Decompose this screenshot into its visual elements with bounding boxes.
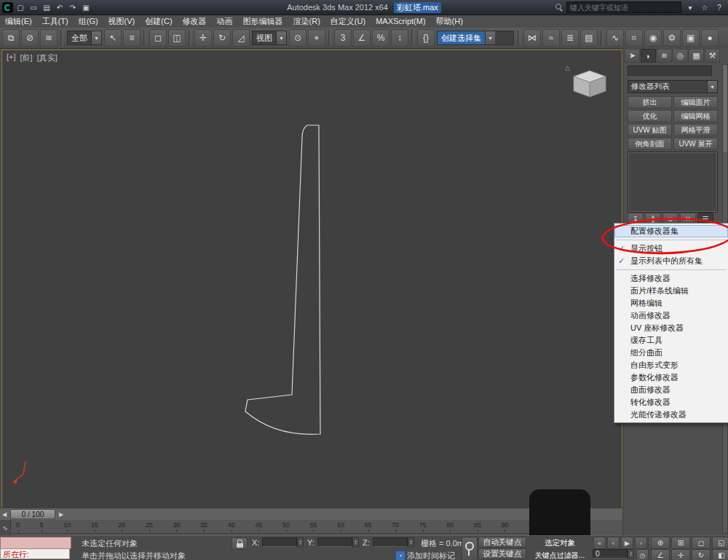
render-setup-icon[interactable]: ⚙ bbox=[663, 29, 681, 47]
set-keys-button[interactable] bbox=[462, 537, 478, 560]
menu-create[interactable]: 创建(C) bbox=[140, 15, 177, 28]
select-and-move-icon[interactable]: ✛ bbox=[194, 29, 212, 47]
modifier-stack-list[interactable] bbox=[628, 151, 718, 213]
modifier-button-extrude[interactable]: 挤出 bbox=[628, 96, 672, 109]
modifier-button-meshsmooth[interactable]: 网格平滑 bbox=[673, 124, 718, 136]
save-file-icon[interactable]: ▤ bbox=[41, 1, 52, 13]
curve-editor-icon[interactable]: ∿ bbox=[606, 29, 624, 47]
add-time-tag[interactable]: 添加时间标记 bbox=[407, 551, 455, 560]
previous-frame-icon[interactable]: ◀ bbox=[0, 511, 9, 518]
rectangular-selection-region-icon[interactable]: ◻ bbox=[149, 29, 167, 47]
x-spinner[interactable]: ↕ bbox=[297, 537, 304, 547]
select-object-icon[interactable]: ↖ bbox=[104, 29, 122, 47]
edit-named-selection-sets-icon[interactable]: {} bbox=[417, 29, 435, 47]
select-and-manipulate-icon[interactable]: ⌖ bbox=[308, 29, 325, 47]
current-frame-field[interactable] bbox=[593, 549, 628, 559]
set-key-button[interactable]: 设置关键点 bbox=[478, 548, 526, 559]
maxscript-mini-listener[interactable]: 所在行: bbox=[0, 548, 70, 559]
zoom-extents-icon[interactable]: ◻ bbox=[692, 537, 711, 549]
y-spinner[interactable]: ↕ bbox=[352, 537, 359, 547]
mini-curve-editor-icon[interactable]: ∿ bbox=[0, 520, 11, 535]
zoom-extents-all-icon[interactable]: ◱ bbox=[712, 537, 728, 549]
menu-item-animation-modifiers[interactable]: 动画修改器 bbox=[614, 309, 728, 322]
mirror-icon[interactable]: ⋈ bbox=[523, 29, 541, 47]
menu-item-patch-spline-editing[interactable]: 面片/样条线编辑 bbox=[614, 285, 728, 297]
viewport-front[interactable]: [+] [前] [真实] ⌂ bbox=[1, 50, 622, 508]
menu-item-surface-modifiers[interactable]: 曲面修改器 bbox=[614, 384, 728, 396]
modifier-button-edit-patch[interactable]: 编辑面片 bbox=[673, 96, 718, 109]
x-coordinate-field[interactable] bbox=[262, 537, 297, 547]
tab-utilities-icon[interactable]: ⚒ bbox=[705, 49, 720, 63]
menu-item-subdivision-surfaces[interactable]: 细分曲面 bbox=[614, 347, 728, 359]
menu-item-show-buttons[interactable]: ✓显示按钮 bbox=[614, 242, 728, 255]
time-configuration-icon[interactable]: ◷ bbox=[636, 549, 649, 560]
schematic-view-icon[interactable]: ⌗ bbox=[625, 29, 643, 47]
menu-item-conversion-modifiers[interactable]: 转化修改器 bbox=[614, 396, 728, 409]
reference-coordinate-combo[interactable]: 视图 ▼ bbox=[252, 31, 287, 45]
select-and-scale-icon[interactable]: ◿ bbox=[232, 29, 250, 47]
select-and-rotate-icon[interactable]: ↻ bbox=[213, 29, 231, 47]
menu-item-configure-modifier-sets[interactable]: 配置修改器集 bbox=[614, 225, 728, 237]
menu-item-free-form-deformation[interactable]: 自由形式变形 bbox=[614, 359, 728, 371]
key-filters-button[interactable]: 关键点过滤器... bbox=[529, 551, 590, 560]
unlink-selection-icon[interactable]: ⊘ bbox=[21, 29, 39, 47]
menu-item-show-all-sets[interactable]: ✓显示列表中的所有集 bbox=[614, 255, 728, 267]
menu-modifiers[interactable]: 修改器 bbox=[178, 15, 212, 28]
pan-icon[interactable]: ✛ bbox=[671, 549, 690, 560]
menu-edit[interactable]: 编辑(E) bbox=[0, 15, 37, 28]
menu-rendering[interactable]: 渲染(R) bbox=[288, 15, 325, 28]
menu-item-mesh-editing[interactable]: 网格编辑 bbox=[614, 297, 728, 309]
menu-item-uv-coordinate-modifiers[interactable]: UV 座标修改器 bbox=[614, 322, 728, 334]
time-tag-icon[interactable]: ◔ bbox=[395, 551, 405, 560]
percent-snap-icon[interactable]: % bbox=[372, 29, 389, 47]
modifier-button-optimize[interactable]: 优化 bbox=[628, 110, 672, 122]
favorites-icon[interactable]: ☆ bbox=[699, 1, 711, 13]
menu-maxscript[interactable]: MAXScript(M) bbox=[371, 15, 430, 28]
named-selection-set-combo[interactable]: 创建选择集 ▼ bbox=[437, 31, 514, 45]
max-logo-icon[interactable] bbox=[2, 2, 13, 13]
macro-recorder-line[interactable] bbox=[0, 537, 71, 549]
select-by-name-icon[interactable]: ≡ bbox=[123, 29, 141, 47]
chevron-down-icon[interactable]: ▼ bbox=[91, 31, 101, 44]
next-frame-icon[interactable]: › bbox=[635, 537, 647, 549]
tab-modify-icon[interactable]: ◗ bbox=[641, 49, 656, 63]
selection-lock-toggle[interactable] bbox=[232, 537, 248, 550]
modifier-button-uvw-map[interactable]: UVW 贴图 bbox=[628, 124, 672, 136]
material-editor-icon[interactable]: ◉ bbox=[644, 29, 662, 47]
project-folder-icon[interactable]: ▣ bbox=[80, 1, 92, 13]
object-name-field[interactable] bbox=[628, 66, 712, 77]
tab-motion-icon[interactable]: ◎ bbox=[673, 49, 688, 63]
window-crossing-icon[interactable]: ◫ bbox=[168, 29, 186, 47]
frame-spinner[interactable]: ↕ bbox=[628, 549, 634, 559]
selected-mode-button[interactable]: 选定对象 bbox=[529, 538, 590, 548]
zoom-icon[interactable]: ⊕ bbox=[651, 537, 670, 549]
menu-graph-editors[interactable]: 图形编辑器 bbox=[238, 15, 288, 28]
menu-item-parametric-modifiers[interactable]: 参数化修改器 bbox=[614, 371, 728, 384]
z-spinner[interactable]: ↕ bbox=[408, 537, 414, 547]
z-coordinate-field[interactable] bbox=[373, 537, 408, 547]
menu-item-cache-tools[interactable]: 缓存工具 bbox=[614, 334, 728, 347]
render-icon[interactable]: ● bbox=[701, 29, 719, 47]
menu-customize[interactable]: 自定义(U) bbox=[325, 15, 371, 28]
tab-create-icon[interactable]: ➤ bbox=[625, 49, 640, 63]
select-and-link-icon[interactable]: ⧉ bbox=[2, 29, 20, 47]
new-file-icon[interactable]: ▢ bbox=[15, 1, 26, 13]
next-frame-icon[interactable]: ▶ bbox=[57, 511, 66, 518]
undo-icon[interactable]: ↶ bbox=[54, 1, 66, 13]
menu-help[interactable]: 帮助(H) bbox=[431, 15, 468, 28]
chevron-down-icon[interactable]: ▼ bbox=[485, 31, 495, 44]
modifier-button-unwrap-uvw[interactable]: UVW 展开 bbox=[673, 138, 718, 150]
modifier-list-dropdown[interactable]: 修改器列表 ▼ bbox=[628, 80, 718, 93]
graphite-ribbon-icon[interactable]: ▤ bbox=[580, 29, 598, 47]
rendered-frame-window-icon[interactable]: ▣ bbox=[682, 29, 700, 47]
use-pivot-center-icon[interactable]: ⊙ bbox=[289, 29, 306, 47]
align-icon[interactable]: ≈ bbox=[542, 29, 560, 47]
maximize-viewport-icon[interactable]: ◧ bbox=[712, 549, 728, 560]
y-coordinate-field[interactable] bbox=[317, 537, 352, 547]
menu-animation[interactable]: 动画 bbox=[212, 15, 238, 28]
time-slider-handle[interactable]: 0 / 100 bbox=[10, 509, 55, 519]
menu-group[interactable]: 组(G) bbox=[74, 15, 103, 28]
bind-to-spacewarp-icon[interactable]: ≋ bbox=[40, 29, 58, 47]
layer-manager-icon[interactable]: ≣ bbox=[561, 29, 579, 47]
spinner-snap-icon[interactable]: ↕ bbox=[391, 29, 408, 47]
